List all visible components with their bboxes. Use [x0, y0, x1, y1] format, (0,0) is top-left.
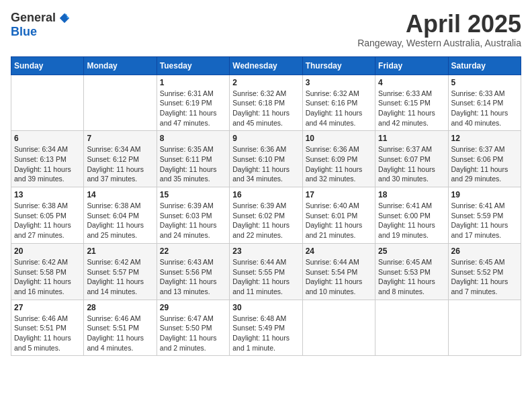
table-row: 30Sunrise: 6:48 AM Sunset: 5:49 PM Dayli… [230, 300, 302, 356]
month-title: April 2025 [357, 11, 521, 38]
day-number: 20 [14, 246, 81, 256]
table-row: 25Sunrise: 6:45 AM Sunset: 5:53 PM Dayli… [375, 243, 448, 300]
table-row: 3Sunrise: 6:32 AM Sunset: 6:16 PM Daylig… [302, 75, 375, 131]
header-friday: Friday [375, 56, 448, 75]
calendar-week-row: 27Sunrise: 6:46 AM Sunset: 5:51 PM Dayli… [11, 300, 521, 356]
day-info: Sunrise: 6:33 AM Sunset: 6:14 PM Dayligh… [451, 89, 518, 128]
table-row [375, 300, 448, 356]
table-row: 12Sunrise: 6:37 AM Sunset: 6:06 PM Dayli… [448, 131, 521, 187]
day-number: 13 [14, 190, 81, 199]
day-info: Sunrise: 6:43 AM Sunset: 5:56 PM Dayligh… [160, 257, 226, 297]
day-number: 26 [451, 246, 518, 256]
calendar-week-row: 6Sunrise: 6:34 AM Sunset: 6:13 PM Daylig… [11, 131, 521, 187]
page-header: General Blue April 2025 Rangeway, Wester… [11, 11, 521, 48]
day-info: Sunrise: 6:39 AM Sunset: 6:03 PM Dayligh… [160, 201, 226, 240]
day-number: 27 [14, 303, 81, 312]
day-info: Sunrise: 6:41 AM Sunset: 6:00 PM Dayligh… [378, 201, 445, 240]
table-row: 29Sunrise: 6:47 AM Sunset: 5:50 PM Dayli… [157, 300, 229, 356]
day-info: Sunrise: 6:34 AM Sunset: 6:12 PM Dayligh… [87, 144, 153, 184]
table-row: 19Sunrise: 6:41 AM Sunset: 5:59 PM Dayli… [448, 187, 521, 244]
day-number: 23 [232, 246, 299, 256]
day-info: Sunrise: 6:38 AM Sunset: 6:05 PM Dayligh… [14, 201, 81, 240]
day-info: Sunrise: 6:31 AM Sunset: 6:19 PM Dayligh… [160, 89, 226, 128]
header-sunday: Sunday [11, 56, 84, 75]
logo-general: General [11, 11, 56, 25]
day-number: 12 [451, 134, 518, 143]
table-row: 24Sunrise: 6:44 AM Sunset: 5:54 PM Dayli… [302, 243, 375, 300]
header-monday: Monday [84, 56, 157, 75]
table-row: 18Sunrise: 6:41 AM Sunset: 6:00 PM Dayli… [375, 187, 448, 244]
table-row: 13Sunrise: 6:38 AM Sunset: 6:05 PM Dayli… [11, 187, 84, 244]
day-number: 1 [160, 78, 226, 87]
day-number: 30 [232, 303, 299, 312]
logo-blue: Blue [11, 25, 37, 39]
day-info: Sunrise: 6:41 AM Sunset: 5:59 PM Dayligh… [451, 201, 518, 240]
day-number: 22 [160, 246, 226, 256]
day-info: Sunrise: 6:44 AM Sunset: 5:55 PM Dayligh… [232, 257, 299, 297]
day-number: 11 [378, 134, 445, 143]
day-info: Sunrise: 6:38 AM Sunset: 6:04 PM Dayligh… [87, 201, 153, 240]
day-info: Sunrise: 6:46 AM Sunset: 5:51 PM Dayligh… [87, 314, 153, 353]
day-number: 17 [306, 190, 372, 199]
header-wednesday: Wednesday [230, 56, 302, 75]
day-number: 3 [306, 78, 372, 87]
header-thursday: Thursday [302, 56, 375, 75]
day-number: 25 [378, 246, 445, 256]
day-info: Sunrise: 6:37 AM Sunset: 6:07 PM Dayligh… [378, 144, 445, 184]
table-row [448, 300, 521, 356]
day-info: Sunrise: 6:34 AM Sunset: 6:13 PM Dayligh… [14, 144, 81, 184]
day-info: Sunrise: 6:46 AM Sunset: 5:51 PM Dayligh… [14, 314, 81, 353]
day-number: 6 [14, 134, 81, 143]
table-row: 4Sunrise: 6:33 AM Sunset: 6:15 PM Daylig… [375, 75, 448, 131]
day-info: Sunrise: 6:42 AM Sunset: 5:57 PM Dayligh… [87, 257, 153, 297]
day-number: 2 [232, 78, 299, 87]
day-number: 15 [160, 190, 226, 199]
table-row [11, 75, 84, 131]
calendar-week-row: 13Sunrise: 6:38 AM Sunset: 6:05 PM Dayli… [11, 187, 521, 244]
calendar: Sunday Monday Tuesday Wednesday Thursday… [11, 56, 521, 357]
table-row: 1Sunrise: 6:31 AM Sunset: 6:19 PM Daylig… [157, 75, 229, 131]
table-row: 17Sunrise: 6:40 AM Sunset: 6:01 PM Dayli… [302, 187, 375, 244]
header-saturday: Saturday [448, 56, 521, 75]
day-info: Sunrise: 6:36 AM Sunset: 6:09 PM Dayligh… [306, 144, 372, 184]
day-number: 18 [378, 190, 445, 199]
table-row: 14Sunrise: 6:38 AM Sunset: 6:04 PM Dayli… [84, 187, 157, 244]
table-row [84, 75, 157, 131]
day-number: 14 [87, 190, 153, 199]
day-number: 21 [87, 246, 153, 256]
day-info: Sunrise: 6:47 AM Sunset: 5:50 PM Dayligh… [160, 314, 226, 353]
table-row: 5Sunrise: 6:33 AM Sunset: 6:14 PM Daylig… [448, 75, 521, 131]
header-tuesday: Tuesday [157, 56, 229, 75]
day-number: 24 [306, 246, 372, 256]
table-row: 6Sunrise: 6:34 AM Sunset: 6:13 PM Daylig… [11, 131, 84, 187]
day-number: 16 [232, 190, 299, 199]
title-section: April 2025 Rangeway, Western Australia, … [357, 11, 521, 48]
table-row: 22Sunrise: 6:43 AM Sunset: 5:56 PM Dayli… [157, 243, 229, 300]
table-row: 20Sunrise: 6:42 AM Sunset: 5:58 PM Dayli… [11, 243, 84, 300]
logo: General Blue [11, 11, 71, 39]
day-number: 7 [87, 134, 153, 143]
day-info: Sunrise: 6:44 AM Sunset: 5:54 PM Dayligh… [306, 257, 372, 297]
table-row: 11Sunrise: 6:37 AM Sunset: 6:07 PM Dayli… [375, 131, 448, 187]
day-info: Sunrise: 6:32 AM Sunset: 6:16 PM Dayligh… [306, 89, 372, 128]
table-row: 27Sunrise: 6:46 AM Sunset: 5:51 PM Dayli… [11, 300, 84, 356]
day-info: Sunrise: 6:48 AM Sunset: 5:49 PM Dayligh… [232, 314, 299, 353]
day-info: Sunrise: 6:45 AM Sunset: 5:52 PM Dayligh… [451, 257, 518, 297]
table-row: 21Sunrise: 6:42 AM Sunset: 5:57 PM Dayli… [84, 243, 157, 300]
day-info: Sunrise: 6:33 AM Sunset: 6:15 PM Dayligh… [378, 89, 445, 128]
day-number: 29 [160, 303, 226, 312]
day-number: 19 [451, 190, 518, 199]
calendar-header-row: Sunday Monday Tuesday Wednesday Thursday… [11, 56, 521, 75]
table-row: 2Sunrise: 6:32 AM Sunset: 6:18 PM Daylig… [230, 75, 302, 131]
calendar-week-row: 20Sunrise: 6:42 AM Sunset: 5:58 PM Dayli… [11, 243, 521, 300]
table-row [302, 300, 375, 356]
table-row: 26Sunrise: 6:45 AM Sunset: 5:52 PM Dayli… [448, 243, 521, 300]
table-row: 23Sunrise: 6:44 AM Sunset: 5:55 PM Dayli… [230, 243, 302, 300]
day-number: 8 [160, 134, 226, 143]
table-row: 8Sunrise: 6:35 AM Sunset: 6:11 PM Daylig… [157, 131, 229, 187]
day-info: Sunrise: 6:32 AM Sunset: 6:18 PM Dayligh… [232, 89, 299, 128]
day-info: Sunrise: 6:40 AM Sunset: 6:01 PM Dayligh… [306, 201, 372, 240]
table-row: 10Sunrise: 6:36 AM Sunset: 6:09 PM Dayli… [302, 131, 375, 187]
table-row: 9Sunrise: 6:36 AM Sunset: 6:10 PM Daylig… [230, 131, 302, 187]
day-info: Sunrise: 6:45 AM Sunset: 5:53 PM Dayligh… [378, 257, 445, 297]
